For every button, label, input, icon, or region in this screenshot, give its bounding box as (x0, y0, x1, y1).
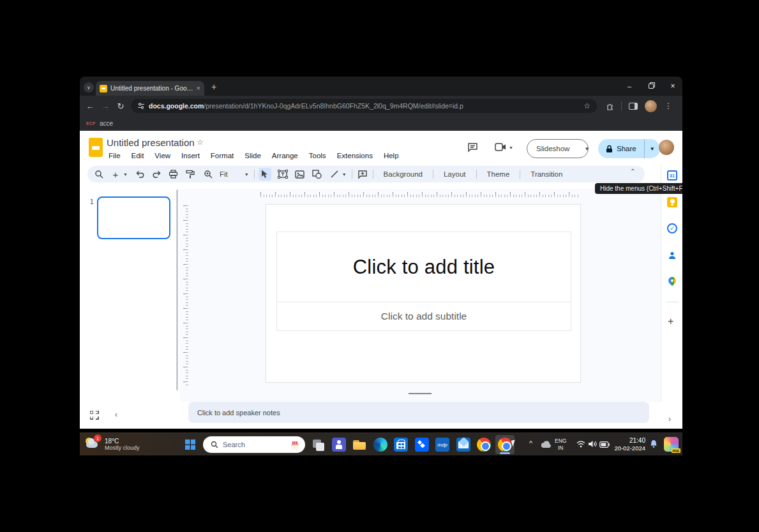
undo-icon[interactable] (134, 168, 147, 181)
select-tool-icon[interactable] (259, 168, 271, 181)
preview-app-icon[interactable]: PRE (664, 437, 679, 452)
menu-format[interactable]: Format (207, 151, 237, 161)
clock[interactable]: 21:40 20-02-2024 (606, 437, 645, 452)
layout-button[interactable]: Layout (437, 170, 472, 178)
menu-file[interactable]: File (105, 151, 124, 161)
edge-icon[interactable] (373, 437, 388, 452)
close-button[interactable]: × (667, 80, 679, 92)
collapse-filmstrip-icon[interactable]: ‹ (115, 410, 117, 419)
site-info-icon[interactable] (137, 102, 145, 110)
minimize-button[interactable]: – (624, 80, 635, 92)
dropbox-icon[interactable] (414, 437, 430, 452)
star-document-icon[interactable]: ☆ (197, 138, 204, 147)
calendar-icon[interactable]: 31 (666, 170, 678, 181)
title-placeholder[interactable]: Click to add title (276, 232, 571, 302)
print-icon[interactable] (167, 168, 180, 181)
chrome-icon[interactable] (476, 437, 492, 452)
extensions-icon[interactable] (602, 98, 617, 114)
tab-search-icon[interactable]: ∨ (84, 82, 94, 92)
speaker-notes-input[interactable]: Click to add speaker notes (188, 402, 649, 423)
video-call-icon[interactable] (495, 143, 506, 151)
share-caret-icon[interactable]: ▼ (645, 146, 660, 152)
start-button[interactable] (185, 440, 195, 450)
insert-shape-icon[interactable] (311, 168, 324, 181)
notes-resize-handle[interactable] (409, 393, 432, 394)
comment-history-icon[interactable] (467, 142, 478, 152)
document-title[interactable]: Untitled presentation (107, 137, 195, 148)
mdp-app-icon[interactable]: mdp (435, 437, 450, 452)
filmstrip-scrollbar[interactable] (176, 189, 178, 390)
language-indicator[interactable]: ENG IN (555, 438, 566, 452)
insert-line-icon[interactable] (328, 168, 341, 181)
menu-tools[interactable]: Tools (306, 151, 329, 161)
onedrive-icon[interactable] (540, 441, 552, 448)
menu-arrange[interactable]: Arrange (269, 151, 301, 161)
new-slide-icon[interactable]: + (109, 168, 122, 181)
video-call-caret-icon[interactable]: ▼ (509, 145, 513, 150)
restore-button[interactable] (645, 80, 657, 92)
maps-icon[interactable] (666, 276, 678, 288)
search-menus-icon[interactable] (93, 168, 105, 181)
wifi-icon[interactable] (576, 440, 585, 448)
slideshow-button[interactable]: Slideshow ▼ (527, 139, 589, 158)
side-panel-icon[interactable] (626, 98, 641, 114)
browser-menu-icon[interactable]: ⋮ (661, 98, 676, 114)
zoom-level-label[interactable]: Fit (214, 170, 230, 178)
slideshow-caret-icon[interactable]: ▼ (578, 146, 595, 152)
show-side-panel-icon[interactable]: › (668, 415, 671, 424)
insert-comment-icon[interactable] (356, 168, 369, 181)
notification-bell-icon[interactable] (649, 440, 658, 448)
theme-button[interactable]: Theme (481, 170, 516, 178)
new-tab-button[interactable]: + (211, 82, 216, 92)
grid-view-icon[interactable] (90, 411, 99, 420)
browser-profile-avatar[interactable] (645, 100, 657, 112)
tasks-icon[interactable]: ✓ (666, 223, 678, 234)
mail-icon[interactable] (456, 437, 471, 452)
share-button[interactable]: Share ▼ (598, 139, 660, 158)
search-highlight-cake-icon[interactable] (290, 440, 300, 450)
text-box-icon[interactable] (276, 168, 289, 181)
menu-extensions[interactable]: Extensions (334, 151, 376, 161)
line-caret-icon[interactable]: ▼ (342, 172, 347, 177)
paint-format-icon[interactable] (184, 168, 197, 181)
new-slide-caret-icon[interactable]: ▼ (123, 172, 128, 177)
hidden-icons-chevron[interactable]: ^ (529, 440, 532, 447)
teams-icon[interactable] (331, 437, 347, 452)
address-bar[interactable]: docs.google.com/presentation/d/1hYKnoJ-0… (131, 99, 597, 113)
volume-icon[interactable] (588, 440, 597, 448)
task-view-button[interactable] (310, 437, 326, 452)
chrome-active-icon[interactable] (495, 435, 515, 454)
account-avatar[interactable] (659, 140, 674, 155)
weather-widget[interactable]: 1 18°C Mostly cloudy (85, 436, 140, 452)
menu-slide[interactable]: Slide (241, 151, 264, 161)
redo-icon[interactable] (151, 168, 163, 181)
slide-thumbnail[interactable] (97, 196, 170, 239)
taskbar-search[interactable]: Search (203, 436, 305, 453)
back-button[interactable]: ← (82, 98, 98, 114)
bookmark-item[interactable]: acce (100, 120, 113, 127)
menu-insert[interactable]: Insert (178, 151, 203, 161)
slide-page[interactable]: Click to add title Click to add subtitle (266, 204, 581, 383)
subtitle-placeholder[interactable]: Click to add subtitle (276, 302, 571, 331)
file-explorer-icon[interactable] (352, 437, 367, 452)
menu-edit[interactable]: Edit (128, 151, 147, 161)
bookmark-star-icon[interactable]: ☆ (583, 101, 590, 110)
insert-image-icon[interactable] (294, 168, 306, 181)
keep-icon[interactable] (666, 196, 678, 208)
menu-view[interactable]: View (151, 151, 174, 161)
menu-help[interactable]: Help (380, 151, 402, 161)
zoom-caret-icon[interactable]: ▼ (244, 172, 249, 177)
get-addons-button[interactable]: + (668, 316, 673, 327)
contacts-icon[interactable] (666, 249, 678, 261)
reload-button[interactable]: ↻ (113, 98, 128, 114)
background-button[interactable]: Background (377, 170, 429, 178)
url-text[interactable]: docs.google.com/presentation/d/1hYKnoJ-0… (149, 102, 580, 110)
tab-close-icon[interactable]: × (197, 85, 200, 92)
transition-button[interactable]: Transition (524, 170, 569, 178)
forward-button[interactable]: → (98, 98, 113, 114)
microsoft-store-icon[interactable] (393, 437, 409, 452)
browser-tab[interactable]: Untitled presentation - Google × (96, 81, 204, 96)
slides-logo-icon[interactable] (89, 138, 103, 157)
zoom-icon[interactable] (202, 168, 214, 181)
hide-menus-button[interactable]: ⌃ (630, 168, 635, 175)
